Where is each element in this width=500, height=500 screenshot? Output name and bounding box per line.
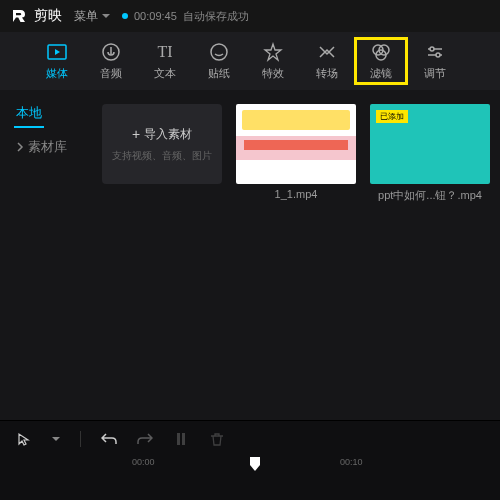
app-logo: 剪映 [10,7,62,25]
chevron-down-icon[interactable] [52,437,60,442]
status-dot-icon [122,13,128,19]
tab-audio[interactable]: 音频 [84,37,138,85]
tab-transition[interactable]: 转场 [300,37,354,85]
effect-icon [263,42,283,62]
svg-point-7 [436,53,440,57]
media-icon [47,42,67,62]
tab-effect[interactable]: 特效 [246,37,300,85]
media-thumbnail: 已添加 [370,104,490,184]
menu-dropdown[interactable]: 菜单 [74,8,110,25]
filter-icon [371,42,391,62]
tab-media[interactable]: 媒体 [30,37,84,85]
delete-button[interactable] [209,431,225,447]
svg-rect-8 [177,433,180,445]
chevron-right-icon [16,142,24,152]
media-filename: ppt中如何...钮？.mp4 [370,188,490,203]
redo-button[interactable] [137,431,153,447]
ruler-mark: 00:10 [340,457,363,467]
svg-point-6 [430,47,434,51]
divider [80,431,81,447]
svg-point-2 [211,44,227,60]
ruler-mark: 00:00 [132,457,155,467]
sticker-icon [209,42,229,62]
tab-text[interactable]: TI 文本 [138,37,192,85]
tab-filter[interactable]: 滤镜 [354,37,408,85]
svg-rect-9 [182,433,185,445]
sidebar-item-library[interactable]: 素材库 [0,128,92,166]
media-item[interactable]: 已添加 ppt中如何...钮？.mp4 [370,104,490,406]
timeline-ruler[interactable]: 00:00 00:10 [120,457,500,477]
tab-adjust[interactable]: 调节 [408,37,462,85]
import-media-button[interactable]: + 导入素材 支持视频、音频、图片 [102,104,222,184]
autosave-status: 00:09:45 自动保存成功 [122,9,249,24]
added-badge: 已添加 [376,110,408,123]
tab-sticker[interactable]: 贴纸 [192,37,246,85]
playhead-icon[interactable] [250,457,260,471]
app-name: 剪映 [34,7,62,25]
audio-icon [101,42,121,62]
pointer-tool[interactable] [16,431,32,447]
media-item[interactable]: 1_1.mp4 [236,104,356,406]
adjust-icon [425,42,445,62]
sidebar: 本地 素材库 [0,90,92,420]
split-button[interactable] [173,431,189,447]
plus-icon: + [132,126,140,142]
transition-icon [317,42,337,62]
media-filename: 1_1.mp4 [236,188,356,200]
sidebar-item-local[interactable]: 本地 [14,98,44,128]
chevron-down-icon [102,14,110,19]
undo-button[interactable] [101,431,117,447]
import-sublabel: 支持视频、音频、图片 [112,149,212,163]
logo-icon [10,7,28,25]
media-thumbnail [236,104,356,184]
text-icon: TI [155,42,175,62]
